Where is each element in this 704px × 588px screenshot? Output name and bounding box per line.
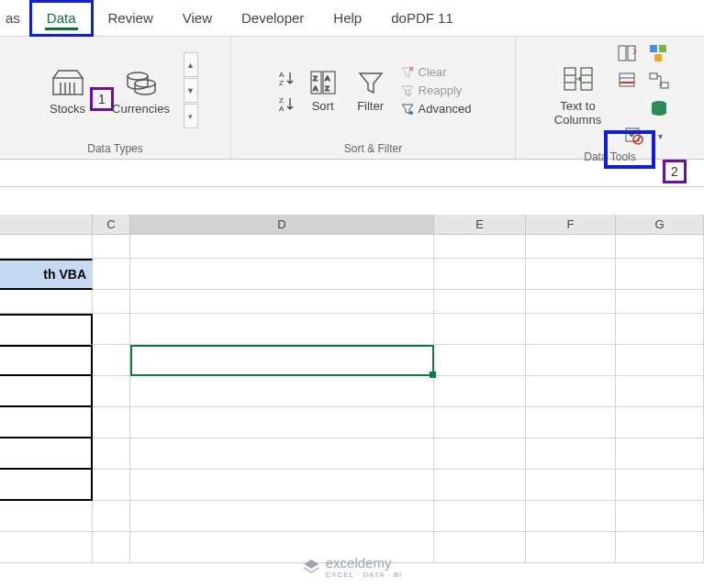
group-data-tools: Text to Columns ▾ Data Tools [516, 37, 704, 159]
gallery-spinner[interactable]: ▲ ▼ ▾ [184, 52, 198, 128]
consolidate-icon [648, 43, 670, 63]
data-model-icon [648, 98, 670, 118]
advanced-filter-button[interactable]: Advanced [400, 102, 472, 116]
filter-button[interactable]: Filter [349, 64, 393, 116]
col-header-g[interactable]: G [616, 215, 704, 234]
currencies-label: Currencies [112, 102, 170, 116]
svg-rect-18 [564, 68, 575, 90]
spinner-more-icon[interactable]: ▾ [184, 104, 198, 128]
ribbon: Stocks Currencies ▲ ▼ ▾ Data Types AZ ZA [0, 37, 704, 160]
advanced-icon [400, 102, 415, 116]
currencies-button[interactable]: Currencies [106, 50, 176, 132]
svg-point-6 [135, 80, 155, 87]
svg-rect-33 [661, 83, 668, 88]
svg-rect-19 [581, 68, 592, 90]
tab-data[interactable]: Data [29, 0, 94, 37]
column-headers: C D E F G [0, 215, 704, 235]
flash-fill-icon [617, 43, 639, 63]
text-to-columns-label: Text to Columns [554, 99, 601, 127]
svg-text:Z: Z [279, 79, 284, 87]
flash-fill-button[interactable] [616, 42, 640, 64]
group-label-sort-filter: Sort & Filter [344, 140, 402, 157]
stocks-icon [51, 65, 84, 98]
cell-header-partial[interactable]: th VBA [0, 259, 93, 290]
sort-asc-icon: AZ [277, 69, 296, 87]
col-header-c[interactable]: C [93, 215, 130, 234]
svg-text:A: A [279, 71, 285, 79]
grid-body[interactable]: th VBA [0, 235, 704, 563]
svg-text:Z: Z [279, 96, 284, 105]
svg-text:Z: Z [313, 74, 318, 83]
svg-text:A: A [279, 105, 285, 113]
manage-data-model-button[interactable] [647, 97, 671, 119]
text-to-columns-button[interactable]: Text to Columns [547, 53, 609, 136]
svg-rect-26 [650, 45, 657, 52]
svg-rect-24 [619, 46, 626, 61]
stocks-label: Stocks [50, 102, 85, 116]
consolidate-button[interactable] [647, 42, 671, 64]
svg-rect-28 [654, 54, 662, 61]
tab-dopdf[interactable]: doPDF 11 [376, 0, 468, 37]
clear-filter-button[interactable]: Clear [400, 65, 472, 80]
col-header-blank[interactable] [0, 215, 93, 234]
ribbon-tab-strip: as Data Review View Developer Help doPDF… [0, 0, 704, 37]
sort-icon: ZAAZ [308, 68, 338, 97]
tab-help[interactable]: Help [318, 0, 376, 37]
tab-review[interactable]: Review [94, 0, 168, 37]
clear-icon [400, 65, 415, 80]
relationships-icon [648, 71, 670, 91]
reapply-button[interactable]: Reapply [400, 83, 472, 98]
col-header-e[interactable]: E [434, 215, 526, 234]
relationships-button[interactable] [647, 70, 671, 92]
svg-rect-0 [53, 78, 83, 94]
group-data-types: Stocks Currencies ▲ ▼ ▾ Data Types [0, 37, 231, 159]
svg-point-17 [409, 111, 413, 115]
svg-text:Z: Z [325, 84, 330, 93]
svg-rect-27 [659, 45, 666, 52]
col-header-f[interactable]: F [526, 215, 616, 234]
sort-button[interactable]: ZAAZ Sort [301, 64, 345, 116]
clear-label: Clear [419, 65, 447, 79]
group-sort-filter: AZ ZA ZAAZ Sort Filter Clear [231, 37, 516, 159]
remove-duplicates-button[interactable] [616, 70, 640, 92]
currencies-icon [125, 65, 158, 98]
tab-developer[interactable]: Developer [227, 0, 318, 37]
data-validation-button[interactable]: ▾ [620, 125, 666, 147]
spinner-down-icon[interactable]: ▼ [184, 78, 198, 103]
svg-text:A: A [313, 84, 318, 93]
sort-desc-icon: ZA [277, 94, 296, 113]
reapply-icon [400, 83, 415, 98]
advanced-label: Advanced [419, 102, 472, 116]
svg-text:A: A [325, 74, 330, 83]
tab-formulas[interactable]: as [0, 0, 29, 37]
filter-icon [356, 68, 386, 97]
watermark-icon [302, 558, 320, 576]
svg-rect-29 [620, 73, 634, 86]
tab-view[interactable]: View [168, 0, 227, 37]
chevron-down-icon: ▾ [658, 131, 663, 141]
text-to-columns-icon [562, 62, 595, 95]
watermark-brand: exceldemy [326, 555, 403, 571]
remove-duplicates-icon [617, 71, 639, 91]
svg-rect-32 [650, 73, 657, 79]
sort-desc-button[interactable]: ZA [277, 94, 296, 113]
svg-point-5 [128, 72, 148, 80]
group-label-data-tools: Data Tools [584, 149, 635, 165]
spinner-up-icon[interactable]: ▲ [184, 52, 198, 77]
filter-label: Filter [357, 99, 384, 113]
sort-asc-button[interactable]: AZ [277, 69, 296, 87]
sort-label: Sort [312, 99, 334, 113]
col-header-d[interactable]: D [130, 215, 434, 234]
watermark-sub: EXCEL · DATA · BI [326, 571, 403, 579]
callout-marker-1: 1 [90, 87, 114, 111]
reapply-label: Reapply [419, 83, 463, 97]
data-validation-icon [624, 126, 646, 146]
callout-marker-2: 2 [663, 160, 687, 183]
watermark: exceldemy EXCEL · DATA · BI [302, 555, 403, 579]
group-label-data-types: Data Types [87, 140, 142, 157]
worksheet[interactable]: C D E F G th VBA [0, 215, 704, 563]
